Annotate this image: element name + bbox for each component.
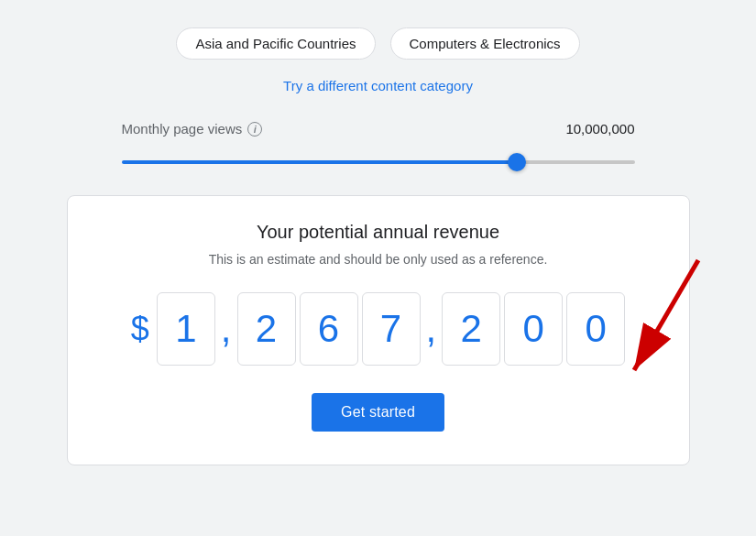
slider-value: 10,000,000 [565, 121, 634, 137]
digit-1: 1 [157, 292, 215, 366]
page-views-slider[interactable] [122, 160, 635, 164]
slider-label-row: Monthly page views i 10,000,000 [122, 121, 635, 137]
currency-symbol: $ [131, 310, 149, 348]
tags-row: Asia and Pacific Countries Computers & E… [176, 27, 579, 60]
revenue-card: Your potential annual revenue This is an… [67, 195, 690, 465]
slider-label: Monthly page views i [122, 121, 263, 137]
digit-7: 0 [566, 292, 625, 366]
digit-5: 2 [442, 292, 500, 366]
digits-row: $ 1 , 2 6 7 , 2 0 0 [131, 292, 625, 366]
digit-6: 0 [504, 292, 563, 366]
tag-computers-electronics[interactable]: Computers & Electronics [390, 27, 580, 60]
get-started-button[interactable]: Get started [312, 393, 444, 432]
tag-asia-pacific[interactable]: Asia and Pacific Countries [176, 27, 375, 60]
digit-3: 6 [300, 292, 358, 366]
try-different-category-link[interactable]: Try a different content category [283, 78, 473, 93]
comma-2: , [426, 307, 437, 351]
slider-label-text: Monthly page views [122, 121, 243, 137]
digit-4: 7 [362, 292, 421, 366]
comma-1: , [221, 307, 232, 351]
info-icon[interactable]: i [247, 122, 262, 137]
revenue-subtitle: This is an estimate and should be only u… [209, 252, 548, 267]
slider-section: Monthly page views i 10,000,000 [122, 121, 635, 168]
revenue-title: Your potential annual revenue [257, 222, 499, 243]
svg-line-1 [634, 260, 698, 370]
slider-container [122, 151, 635, 168]
digit-2: 2 [237, 292, 296, 366]
